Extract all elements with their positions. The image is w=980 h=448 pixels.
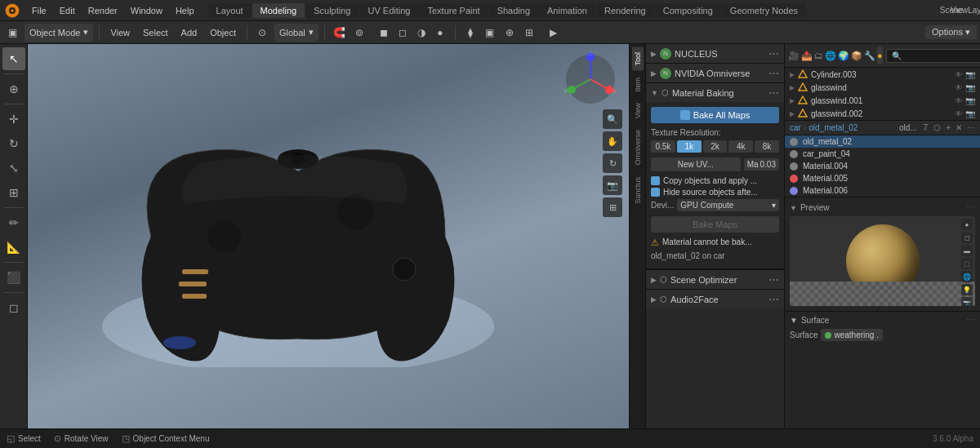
transform-dropdown[interactable]: Global ▾ bbox=[274, 24, 318, 42]
copy-objects-checkbox[interactable] bbox=[651, 176, 660, 185]
view-layer-props-icon[interactable]: 🗂 bbox=[814, 47, 823, 64]
preview-bg-icon[interactable]: ⬚ bbox=[961, 258, 973, 269]
glasswind001-cam-icon[interactable]: 📷 bbox=[965, 96, 975, 105]
options-button[interactable]: Options ▾ bbox=[925, 25, 977, 39]
rotate-tool[interactable]: ↻ bbox=[2, 132, 25, 155]
scene-opt-3dots[interactable]: ⋯ bbox=[768, 273, 779, 286]
world-props-icon[interactable]: 🌍 bbox=[838, 47, 849, 64]
glasswind001-eye-icon[interactable]: 👁 bbox=[955, 96, 963, 105]
add-menu[interactable]: Add bbox=[176, 24, 203, 42]
audio2face-3dots[interactable]: ⋯ bbox=[768, 293, 779, 305]
scene-optimizer-header[interactable]: ▶ ⬡ Scene Optimizer ⋯ bbox=[646, 269, 784, 289]
menu-file[interactable]: File bbox=[26, 4, 52, 17]
transform-tool[interactable]: ⊞ bbox=[2, 181, 25, 204]
vtab-omniverse[interactable]: Omniverse bbox=[632, 125, 644, 171]
glasswind-cam-icon[interactable]: 📷 bbox=[965, 83, 975, 92]
gizmo-icon[interactable]: ⊕ bbox=[501, 24, 519, 42]
preview-options[interactable]: ⋯ bbox=[966, 202, 975, 213]
glasswind002-cam-icon[interactable]: 📷 bbox=[965, 109, 975, 118]
glasswind-eye-icon[interactable]: 👁 bbox=[955, 83, 963, 92]
pan-icon[interactable]: ✋ bbox=[603, 131, 622, 151]
snap-icon[interactable]: 🧲 bbox=[331, 24, 349, 42]
weathering-chip[interactable]: weathering . bbox=[821, 329, 882, 341]
viewport-gizmo[interactable]: Z X Y bbox=[562, 51, 619, 108]
new-uv-button[interactable]: New UV... bbox=[651, 157, 741, 171]
vtab-tool[interactable]: Tool bbox=[632, 47, 644, 71]
menu-help[interactable]: Help bbox=[170, 4, 200, 17]
shading-mat-icon[interactable]: ◑ bbox=[412, 24, 430, 42]
cylinder-eye-icon[interactable]: 👁 bbox=[955, 70, 963, 79]
proportional-icon[interactable]: ⊚ bbox=[350, 24, 368, 42]
tab-uv-editing[interactable]: UV Editing bbox=[359, 3, 418, 18]
tab-animation[interactable]: Animation bbox=[539, 3, 595, 18]
tab-geometry-nodes[interactable]: Geometry Nodes bbox=[722, 3, 806, 18]
nucleus-3dots[interactable]: ⋯ bbox=[768, 47, 779, 60]
breadcrumb-car[interactable]: car bbox=[790, 123, 801, 132]
tab-shading[interactable]: Shading bbox=[489, 3, 538, 18]
pivot-icon[interactable]: ⊙ bbox=[253, 24, 271, 42]
tab-sculpting[interactable]: Sculpting bbox=[305, 3, 359, 18]
hide-source-checkbox[interactable] bbox=[651, 188, 660, 197]
nvidia-header[interactable]: ▶ N NVIDIA Omniverse ⋯ bbox=[646, 64, 784, 82]
output-props-icon[interactable]: 📤 bbox=[801, 47, 813, 64]
res-8k[interactable]: 8k bbox=[755, 140, 779, 153]
nvidia-3dots[interactable]: ⋯ bbox=[768, 67, 779, 79]
select-menu[interactable]: Select bbox=[138, 24, 173, 42]
menu-edit[interactable]: Edit bbox=[54, 4, 81, 17]
overlay-icon[interactable]: ⧫ bbox=[461, 24, 479, 42]
viewlayer-selector[interactable]: ViewLayer bbox=[962, 3, 977, 18]
shading-render-icon[interactable]: ● bbox=[431, 24, 449, 42]
res-4k[interactable]: 4k bbox=[728, 140, 753, 153]
glasswind002-eye-icon[interactable]: 👁 bbox=[955, 109, 963, 118]
material-row-mat006[interactable]: Material.006 bbox=[785, 184, 980, 197]
scene-props-icon[interactable]: 🌐 bbox=[825, 47, 836, 64]
outliner-item-glasswind002[interactable]: ▶ glasswind.002 👁 📷 bbox=[785, 107, 980, 120]
blender-logo-icon[interactable] bbox=[3, 2, 21, 20]
node-new-icon[interactable]: + bbox=[946, 123, 951, 132]
preview-light-icon[interactable]: 💡 bbox=[961, 284, 973, 295]
shading-wire-icon[interactable]: ◻ bbox=[394, 24, 412, 42]
object-mode-tool[interactable]: ◻ bbox=[2, 296, 25, 319]
material-row-old-metal[interactable]: old_metal_02 bbox=[785, 135, 980, 148]
outliner-item-glasswind[interactable]: ▶ glasswind 👁 📷 bbox=[785, 81, 980, 94]
orbit-icon[interactable]: ↻ bbox=[603, 153, 622, 173]
device-dropdown[interactable]: GPU Compute ▾ bbox=[677, 199, 779, 211]
grid-icon[interactable]: ⊞ bbox=[603, 197, 622, 217]
preview-cube-icon[interactable]: ◻ bbox=[961, 232, 973, 243]
preview-camera-icon[interactable]: 📷 bbox=[961, 297, 973, 306]
object-menu[interactable]: Object bbox=[205, 24, 241, 42]
material-props-icon[interactable]: ● bbox=[877, 47, 883, 64]
preview-plane-icon[interactable]: ▬ bbox=[961, 245, 973, 256]
view-menu[interactable]: View bbox=[105, 24, 135, 42]
render-props-icon[interactable]: 🎥 bbox=[788, 47, 800, 64]
vtab-view[interactable]: View bbox=[632, 98, 644, 123]
xray-icon[interactable]: ▣ bbox=[481, 24, 499, 42]
measure-tool[interactable]: 📐 bbox=[2, 236, 25, 259]
res-1k[interactable]: 1k bbox=[677, 140, 702, 153]
baking-3dots[interactable]: ⋯ bbox=[768, 86, 779, 99]
preview-sphere-icon[interactable]: ● bbox=[961, 219, 973, 230]
material-row-mat004[interactable]: Material.004 bbox=[785, 160, 980, 172]
tab-texture-paint[interactable]: Texture Paint bbox=[419, 3, 488, 18]
nucleus-header[interactable]: ▶ N NUCLEUS ⋯ bbox=[646, 44, 784, 63]
viewport[interactable]: Z X Y 🔍 ✋ ↻ 📷 ⊞ bbox=[28, 44, 629, 428]
move-tool[interactable]: ✛ bbox=[2, 108, 25, 131]
tab-layout[interactable]: Layout bbox=[208, 3, 252, 18]
surface-options[interactable]: ⋯ bbox=[966, 315, 975, 326]
add-cube-tool[interactable]: ⬛ bbox=[2, 266, 25, 289]
mode-dropdown[interactable]: Object Mode ▾ bbox=[24, 24, 93, 42]
cylinder-cam-icon[interactable]: 📷 bbox=[965, 70, 975, 79]
shading-solid-icon[interactable]: ◼ bbox=[375, 24, 393, 42]
tab-compositing[interactable]: Compositing bbox=[655, 3, 721, 18]
zoom-in-icon[interactable]: 🔍 bbox=[603, 109, 622, 129]
node-browse-icon[interactable]: ⬡ bbox=[933, 123, 941, 132]
material-row-car-paint[interactable]: car_paint_04 bbox=[785, 148, 980, 160]
breadcrumb-material[interactable]: old_metal_02 bbox=[808, 123, 858, 132]
res-2k[interactable]: 2k bbox=[703, 140, 728, 153]
cursor-tool[interactable]: ⊕ bbox=[2, 78, 25, 100]
tab-modeling[interactable]: Modeling bbox=[252, 3, 305, 18]
menu-render[interactable]: Render bbox=[82, 4, 123, 17]
mode-icon[interactable]: ▣ bbox=[3, 24, 21, 42]
scale-tool[interactable]: ⤡ bbox=[2, 157, 25, 180]
modifier-props-icon[interactable]: 🔧 bbox=[864, 47, 875, 64]
